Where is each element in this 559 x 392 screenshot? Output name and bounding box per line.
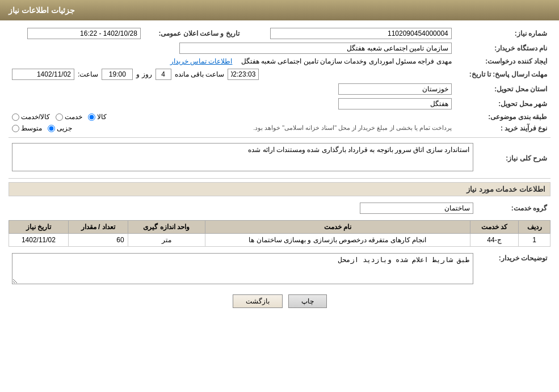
action-buttons: چاپ بازگشت [9, 294, 550, 308]
purchase-partial-option[interactable]: جزیی [48, 124, 72, 132]
need-number-input[interactable] [270, 28, 452, 39]
divider-2 [9, 178, 550, 179]
cell-row: 1 [519, 234, 550, 247]
col-code: کد خدمت [470, 221, 518, 234]
cell-qty: 60 [68, 234, 128, 247]
category-goods-service-label: کالا/خدمت [21, 113, 50, 121]
announce-datetime-label: تاریخ و ساعت اعلان عمومی: [144, 26, 243, 41]
deadline-remain-label: ساعت باقی مانده [175, 70, 225, 78]
province-label: استان محل تحویل: [455, 82, 550, 96]
service-group-label: گروه خدمت: [477, 201, 550, 216]
category-service-option[interactable]: خدمت [56, 113, 82, 121]
purchase-partial-label: جزیی [57, 124, 72, 132]
page-header: جزئیات اطلاعات نیاز [0, 0, 559, 20]
province-input[interactable] [338, 83, 452, 95]
deadline-label: مهلت ارسال پاسخ: تا تاریخ: [455, 67, 550, 82]
purchase-desc: پرداخت تمام یا بخشی از مبلغ خریدار از مح… [78, 124, 452, 132]
creator-value: مهدی فراجه مسئول امورداری وخدمات سازمان … [241, 57, 452, 65]
table-row: 1 ج-44 انجام کارهای متفرقه درخصوص بازساز… [9, 234, 550, 247]
purchase-medium-option[interactable]: متوسط [12, 124, 42, 132]
cell-name: انجام کارهای متفرقه درخصوص بازسازی و بهس… [205, 234, 470, 247]
services-table: ردیف کد خدمت نام خدمت واحد اندازه گیری ت… [9, 220, 550, 247]
print-button[interactable]: چاپ [288, 294, 327, 308]
cell-unit: متر [128, 234, 205, 247]
category-label: طبقه بندی موضوعی: [455, 111, 550, 123]
category-goods-service-option[interactable]: کالا/خدمت [12, 113, 50, 121]
col-unit: واحد اندازه گیری [128, 221, 205, 234]
category-service-label: خدمت [65, 113, 82, 121]
cell-date: 1402/11/02 [9, 234, 69, 247]
buyer-org-label: نام دستگاه خریدار: [455, 41, 550, 56]
services-section-title: اطلاعات خدمات مورد نیاز [9, 182, 550, 196]
category-goods-label: کالا [97, 113, 107, 121]
general-desc-textarea[interactable]: استاندارد سازی اتاق سرور باتوجه به قرارد… [12, 143, 473, 171]
buyer-notes-textarea[interactable]: طبق شاریط اعلام شده وبازدید ازمحل [12, 253, 473, 284]
back-button[interactable]: بازگشت [233, 294, 283, 308]
deadline-time-input[interactable] [102, 69, 133, 80]
divider-1 [9, 137, 550, 138]
deadline-days-label: روز و [136, 70, 152, 78]
creator-label: ایجاد کننده درخواست: [455, 56, 550, 67]
city-input[interactable] [338, 98, 452, 109]
need-number-label: شماره نیاز: [455, 26, 550, 41]
buyer-notes-label: توضیحات خریدار: [477, 251, 550, 288]
category-goods-option[interactable]: کالا [88, 113, 107, 121]
col-name: نام خدمت [205, 221, 470, 234]
deadline-time-label: ساعت: [78, 70, 98, 78]
service-group-input[interactable] [360, 203, 473, 214]
category-service-radio[interactable] [56, 113, 63, 121]
purchase-type-label: نوع فرآیند خرید : [455, 123, 550, 134]
category-goods-radio[interactable] [88, 113, 95, 121]
purchase-partial-radio[interactable] [48, 125, 55, 132]
category-goods-service-radio[interactable] [12, 113, 19, 121]
purchase-medium-label: متوسط [21, 124, 42, 132]
col-date: تاریخ نیاز [9, 221, 69, 234]
contact-link[interactable]: اطلاعات تماس خریدار [170, 57, 233, 65]
purchase-medium-radio[interactable] [12, 125, 19, 132]
city-label: شهر محل تحویل: [455, 96, 550, 111]
general-desc-label: شرح کلی نیاز: [477, 141, 550, 175]
col-qty: تعداد / مقدار [68, 221, 128, 234]
cell-code: ج-44 [470, 234, 518, 247]
deadline-date-input[interactable] [12, 69, 74, 80]
deadline-remain-input[interactable] [228, 69, 259, 80]
deadline-days-input[interactable] [155, 69, 171, 80]
buyer-org-input[interactable] [179, 43, 452, 54]
col-row: ردیف [519, 221, 550, 234]
announce-datetime-input[interactable] [27, 28, 141, 39]
page-title: جزئیات اطلاعات نیاز [9, 6, 75, 15]
